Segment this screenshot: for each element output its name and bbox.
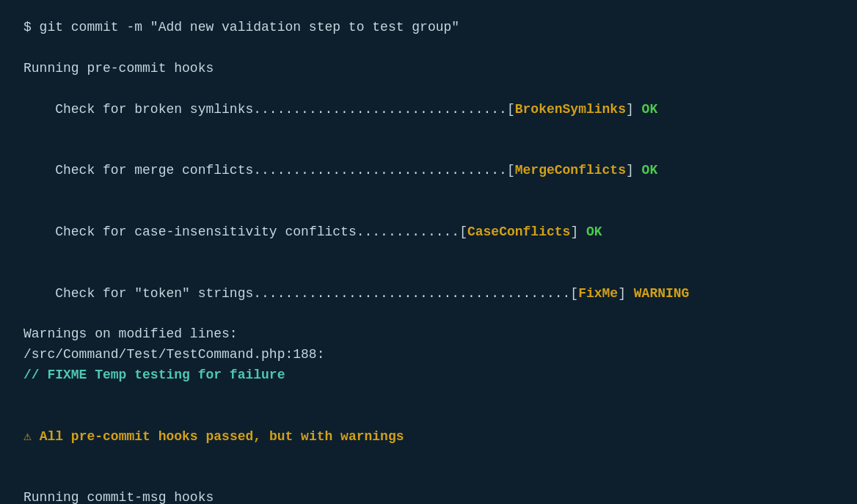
check-merge-dots: ................................ <box>253 163 507 178</box>
case-conflicts-status: OK <box>586 224 602 239</box>
blank-line-3 <box>23 406 834 427</box>
check-token-pre: Check for "token" strings <box>55 286 253 301</box>
terminal-window: $ git commit -m "Add new validation step… <box>23 18 834 486</box>
check-token-line: Check for "token" strings...............… <box>23 263 834 325</box>
check-merge-conflicts-line: Check for merge conflicts...............… <box>23 140 834 202</box>
running-precommit-line: Running pre-commit hooks <box>23 59 834 79</box>
fixme-status: WARNING <box>634 286 690 301</box>
blank-line-1 <box>23 38 834 59</box>
check-broken-symlinks-dots: ................................ <box>253 102 507 117</box>
check-case-pre: Check for case-insensitivity conflicts <box>55 224 356 239</box>
blank-line-4 <box>23 448 834 468</box>
merge-conflicts-hook: MergeConflicts <box>515 163 626 178</box>
broken-symlinks-status: OK <box>642 102 658 117</box>
fixme-hook: FixMe <box>578 286 618 301</box>
running-commitmsg-line: Running commit-msg hooks <box>23 488 834 504</box>
file-path-line: /src/Command/Test/TestCommand.php:188: <box>23 345 834 365</box>
summary-precommit-line: ⚠ All pre-commit hooks passed, but with … <box>23 427 834 448</box>
check-case-dots: ............. <box>357 224 459 239</box>
case-conflicts-hook: CaseConflicts <box>467 224 570 239</box>
check-merge-pre: Check for merge conflicts <box>55 163 253 178</box>
prompt-line: $ git commit -m "Add new validation step… <box>23 18 834 38</box>
check-broken-symlinks-pre: Check for broken symlinks <box>55 102 253 117</box>
fixme-line: // FIXME Temp testing for failure <box>23 365 834 386</box>
warnings-line: Warnings on modified lines: <box>23 324 834 345</box>
check-broken-symlinks-line: Check for broken symlinks...............… <box>23 79 834 141</box>
blank-line-2 <box>23 386 834 406</box>
check-token-dots: ........................................ <box>253 286 570 301</box>
check-case-line: Check for case-insensitivity conflicts..… <box>23 202 834 263</box>
merge-conflicts-status: OK <box>642 163 658 178</box>
broken-symlinks-hook: BrokenSymlinks <box>515 102 626 117</box>
blank-line-5 <box>23 468 834 489</box>
